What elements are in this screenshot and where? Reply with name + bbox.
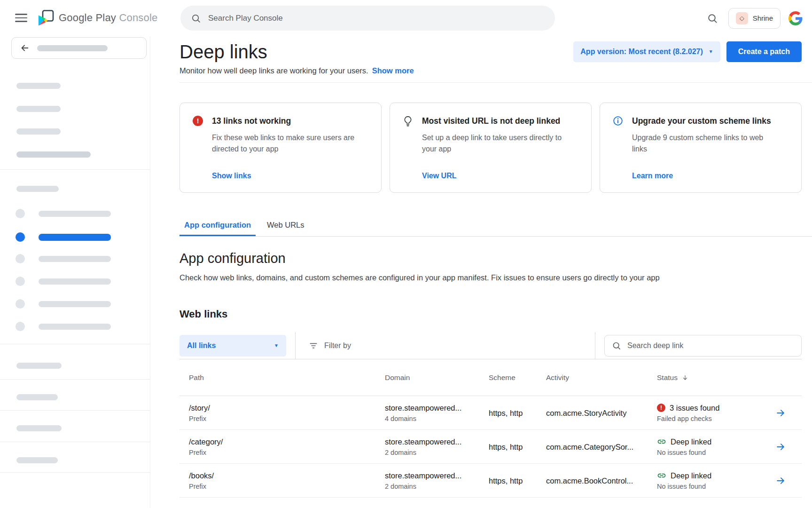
column-status-sort[interactable]: Status (657, 373, 765, 382)
card-body: Upgrade 9 custom scheme links to web lin… (632, 132, 775, 155)
sidebar-divider (0, 169, 150, 170)
activity-text: com.acme.StoryActivity (546, 408, 651, 418)
app-selector-label: Shrine (753, 14, 773, 22)
card-title: Most visited URL is not deep linked (422, 116, 560, 126)
skeleton-bar (16, 83, 61, 89)
topbar: Google Play Console ◇ Shrine (0, 0, 812, 36)
card-links-not-working: ! 13 links not working Fix these web lin… (180, 103, 382, 193)
arrow-forward-icon[interactable] (775, 442, 786, 452)
tab-app-configuration[interactable]: App configuration (180, 214, 256, 236)
table-row[interactable]: /item/ store.steampowered... Deep linked (180, 498, 802, 508)
app-version-dropdown[interactable]: App version: Most recent (8.2.027) ▼ (573, 41, 720, 62)
nav-dot-icon (16, 232, 25, 242)
global-search[interactable] (180, 6, 555, 31)
skeleton-bar (16, 425, 62, 431)
subtitle-text: Monitor how well deep links are working … (180, 66, 368, 75)
sidebar-nav-item[interactable] (16, 209, 111, 218)
chevron-down-icon: ▼ (274, 343, 279, 348)
skeleton-bar (16, 363, 62, 369)
domain-text: store.steampowered... (385, 471, 483, 480)
tab-web-urls[interactable]: Web URLs (262, 214, 309, 236)
table-row[interactable]: /books/Prefix store.steampowered...2 dom… (180, 464, 802, 498)
arrow-forward-icon[interactable] (775, 476, 786, 486)
insight-cards: ! 13 links not working Fix these web lin… (180, 103, 802, 193)
domain-count: 2 domains (385, 449, 483, 457)
app-selector-chip[interactable]: ◇ Shrine (728, 8, 781, 29)
nav-dot-icon (16, 254, 25, 263)
scheme-text: https, http (489, 408, 540, 418)
sidebar-divider (0, 410, 150, 411)
learn-more-link[interactable]: Learn more (632, 172, 789, 180)
skeleton-bar (37, 45, 108, 51)
status-subtext: Failed app checks (657, 415, 759, 423)
section-description: Check how web links, domains, and custom… (180, 272, 802, 283)
table-row[interactable]: /story/Prefix store.steampowered...4 dom… (180, 396, 802, 430)
search-button[interactable] (704, 10, 720, 26)
links-filter-label: All links (187, 341, 216, 350)
back-button[interactable] (11, 37, 147, 59)
shrine-app-icon: ◇ (736, 12, 748, 24)
create-patch-button[interactable]: Create a patch (726, 41, 802, 62)
domain-count: 2 domains (385, 483, 483, 491)
info-icon (612, 115, 624, 127)
path-type: Prefix (189, 449, 379, 457)
lightbulb-icon (402, 115, 414, 127)
view-url-link[interactable]: View URL (422, 172, 579, 180)
sidebar-nav-item[interactable] (16, 254, 111, 263)
arrow-forward-icon[interactable] (775, 408, 786, 418)
show-links-link[interactable]: Show links (212, 172, 369, 180)
filter-by-label: Filter by (324, 341, 351, 350)
sidebar-nav-item[interactable] (16, 322, 111, 331)
card-title: 13 links not working (212, 116, 291, 126)
skeleton-bar (16, 457, 58, 463)
skeleton-bar (16, 128, 61, 135)
activity-text: com.acme.CategorySor... (546, 442, 651, 452)
skeleton-bar (16, 186, 59, 192)
column-activity: Activity (546, 373, 657, 382)
header-divider (180, 82, 812, 83)
skeleton-bar (16, 394, 58, 400)
skeleton-bar (16, 151, 91, 158)
status-text: 3 issues found (670, 403, 719, 413)
deep-link-search-input[interactable] (627, 341, 794, 350)
path-text: /books/ (189, 471, 379, 480)
card-upgrade-schemes: Upgrade your custom scheme links Upgrade… (600, 103, 802, 193)
scheme-text: https, http (489, 442, 540, 452)
global-search-input[interactable] (208, 14, 545, 23)
filter-by-button[interactable]: Filter by (309, 341, 351, 350)
table-header: Path Domain Scheme Activity Status (180, 359, 802, 396)
logo-text-google-play: Google Play (59, 12, 116, 24)
skeleton-bar (39, 234, 111, 241)
sidebar-divider (0, 379, 150, 380)
links-filter-dropdown[interactable]: All links ▼ (180, 335, 286, 357)
status-text: Deep linked (671, 471, 711, 480)
skeleton-bar (39, 301, 111, 307)
status-subtext: No issues found (657, 483, 759, 491)
play-console-logo: Google Play Console (38, 9, 158, 26)
nav-dot-icon (16, 209, 25, 218)
toolbar-divider (295, 332, 296, 359)
card-title: Upgrade your custom scheme links (632, 116, 771, 126)
sidebar-nav-item[interactable] (16, 299, 111, 309)
toolbar-divider (595, 332, 595, 359)
sidebar-divider (0, 442, 150, 442)
scheme-text: https, http (489, 476, 540, 485)
error-icon: ! (192, 115, 203, 127)
table-toolbar: All links ▼ Filter by (180, 332, 802, 359)
sidebar-nav-item[interactable] (16, 277, 111, 286)
tab-label: Web URLs (267, 221, 304, 229)
skeleton-bar (39, 278, 111, 285)
back-arrow-icon (19, 43, 30, 53)
search-icon (191, 13, 201, 24)
deep-link-search[interactable] (604, 335, 802, 357)
path-type: Prefix (189, 415, 379, 423)
table-row[interactable]: /category/Prefix store.steampowered...2 … (180, 430, 802, 464)
status-text: Deep linked (671, 437, 711, 446)
skeleton-bar (39, 211, 111, 217)
menu-icon[interactable] (15, 13, 27, 23)
skeleton-bar (39, 324, 111, 330)
nav-dot-icon (16, 299, 25, 309)
show-more-link[interactable]: Show more (372, 66, 414, 75)
sidebar-nav-item-selected[interactable] (16, 232, 111, 242)
activity-text: com.acme.BookControl... (546, 476, 651, 485)
